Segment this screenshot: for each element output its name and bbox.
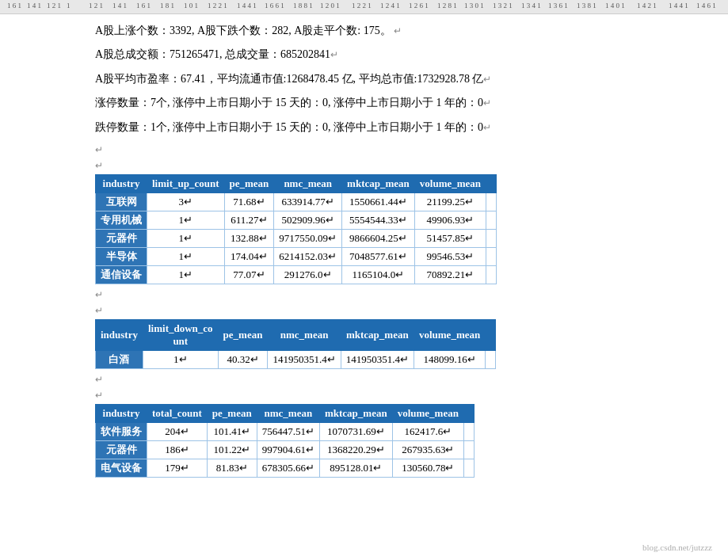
table-cell-extra [463, 459, 474, 477]
table-cell: 互联网 [96, 192, 147, 211]
table2-header-row: industry limit_down_count pe_mean nmc_me… [96, 319, 496, 350]
return-mark-8: ↵ [95, 289, 103, 301]
paragraph-1: A股上涨个数：3392, A股下跌个数：282, A股走平个数: 175。 ↵ [95, 22, 704, 40]
paragraph-3: A股平均市盈率：67.41，平均流通市值:1268478.45 亿, 平均总市值… [95, 70, 704, 88]
table-cell: 专用机械 [96, 211, 147, 229]
table-cell-extra [486, 229, 497, 247]
table-cell: 162417.6↵ [392, 422, 463, 440]
table-cell: 49906.93↵ [414, 211, 486, 229]
table-cell: 通信设备 [96, 265, 147, 284]
return-mark-4: ↵ [483, 97, 491, 109]
table-cell: 895128.01↵ [319, 459, 392, 477]
table2-col-nmc-mean: nmc_mean [268, 319, 341, 350]
table-cell-extra [486, 211, 497, 229]
table1-col-extra [486, 174, 497, 192]
table1-section: industry limit_up_count pe_mean nmc_mean… [95, 174, 704, 284]
table-cell: 204↵ [147, 422, 208, 440]
table-cell: 7048577.61↵ [342, 247, 415, 265]
table-cell: 3↵ [147, 192, 225, 211]
table-cell-extra [486, 247, 497, 265]
table-row: 互联网3↵71.68↵633914.77↵1550661.44↵21199.25… [96, 192, 497, 211]
table-cell: 141950351.4↵ [268, 350, 341, 368]
table-cell-extra [486, 265, 497, 284]
table3-col-mktcap-mean: mktcap_mean [319, 404, 392, 422]
table-cell-extra [463, 422, 474, 440]
table-row: 电气设备179↵81.83↵678305.66↵895128.01↵130560… [96, 459, 475, 477]
empty-line-3: ↵ [95, 288, 704, 303]
watermark: blog.csdn.net/jutzzz [642, 543, 712, 552]
empty-line-6: ↵ [95, 388, 704, 404]
return-mark-10: ↵ [95, 374, 103, 386]
return-mark-2: ↵ [330, 49, 338, 60]
table-cell: 软件服务 [96, 422, 147, 440]
ruler: 1 6 1 1 4 1 1 2 1 1 1 2 1 1 4 1 1 6 1 1 … [0, 0, 728, 14]
table1-col-mktcap-mean: mktcap_mean [342, 174, 415, 192]
table-cell: 白酒 [96, 350, 143, 368]
table-cell: 51457.85↵ [414, 229, 486, 247]
table-cell: 101.22↵ [207, 440, 257, 459]
table-cell: 756447.51↵ [257, 422, 319, 440]
table-cell: 元器件 [96, 229, 147, 247]
empty-line-1: ↵ [95, 143, 704, 158]
table-cell: 9717550.09↵ [274, 229, 342, 247]
table2-col-limit-down-count: limit_down_count [143, 319, 218, 350]
table-cell: 101.41↵ [207, 422, 257, 440]
paragraph-5: 跌停数量：1个, 涨停中上市日期小于 15 天的：0, 涨停中上市日期小于 1 … [95, 119, 704, 136]
table2-col-extra [486, 319, 496, 350]
table-cell: 21199.25↵ [414, 192, 486, 211]
table-cell: 148099.16↵ [414, 350, 485, 368]
table3-col-nmc-mean: nmc_mean [257, 404, 319, 422]
paragraph-2-text: A股总成交额：751265471, 总成交量：685202841 [95, 48, 330, 60]
table2-col-volume-mean: volume_mean [414, 319, 485, 350]
paragraph-1-text: A股上涨个数：3392, A股下跌个数：282, A股走平个数: 175。 [95, 25, 391, 36]
table-cell: 1↵ [147, 265, 225, 284]
table2-section: industry limit_down_count pe_mean nmc_me… [95, 319, 704, 369]
table-cell: 6214152.03↵ [274, 247, 342, 265]
table-cell: 141950351.4↵ [341, 350, 414, 368]
table-cell: 40.32↵ [218, 350, 268, 368]
return-mark-6: ↵ [95, 144, 103, 156]
table-row: 白酒1↵40.32↵141950351.4↵141950351.4↵148099… [96, 350, 496, 368]
table-cell: 半导体 [96, 247, 147, 265]
table-row: 半导体1↵174.04↵6214152.03↵7048577.61↵99546.… [96, 247, 497, 265]
table-cell: 611.27↵ [224, 211, 274, 229]
table-cell: 99546.53↵ [414, 247, 486, 265]
table-cell: 267935.63↵ [392, 440, 463, 459]
content-area: A股上涨个数：3392, A股下跌个数：282, A股走平个数: 175。 ↵ … [0, 14, 728, 489]
return-mark-3: ↵ [483, 74, 491, 85]
table1-col-nmc-mean: nmc_mean [274, 174, 342, 192]
table1: industry limit_up_count pe_mean nmc_mean… [95, 174, 497, 284]
table1-header-row: industry limit_up_count pe_mean nmc_mean… [96, 174, 497, 192]
table-row: 软件服务204↵101.41↵756447.51↵1070731.69↵1624… [96, 422, 475, 440]
table1-col-pe-mean: pe_mean [224, 174, 274, 192]
table-cell: 502909.96↵ [274, 211, 342, 229]
table-row: 元器件186↵101.22↵997904.61↵1368220.29↵26793… [96, 440, 475, 459]
empty-line-5: ↵ [95, 372, 704, 388]
table-cell: 1070731.69↵ [319, 422, 392, 440]
table3-col-volume-mean: volume_mean [392, 404, 463, 422]
table-cell: 179↵ [147, 459, 208, 477]
table-cell: 1165104.0↵ [342, 265, 415, 284]
table-cell: 1↵ [147, 229, 225, 247]
table3-section: industry total_count pe_mean nmc_mean mk… [95, 404, 704, 478]
table-cell: 186↵ [147, 440, 208, 459]
table-cell-extra [486, 350, 496, 368]
table-cell: 1↵ [147, 211, 225, 229]
table-cell-extra [486, 192, 497, 211]
paragraph-4-text: 涨停数量：7个, 涨停中上市日期小于 15 天的：0, 涨停中上市日期小于 1 … [95, 97, 483, 109]
table-cell: 9866604.25↵ [342, 229, 415, 247]
table-cell: 678305.66↵ [257, 459, 319, 477]
table2-col-mktcap-mean: mktcap_mean [341, 319, 414, 350]
return-mark-1: ↵ [391, 25, 402, 36]
return-mark-9: ↵ [95, 305, 103, 317]
return-mark-11: ↵ [95, 390, 103, 402]
table1-col-volume-mean: volume_mean [414, 174, 486, 192]
table-cell: 元器件 [96, 440, 147, 459]
table-cell: 电气设备 [96, 459, 147, 477]
page-wrapper: 1 6 1 1 4 1 1 2 1 1 1 2 1 1 4 1 1 6 1 1 … [0, 0, 728, 489]
table-row: 专用机械1↵611.27↵502909.96↵5554544.33↵49906.… [96, 211, 497, 229]
table3: industry total_count pe_mean nmc_mean mk… [95, 404, 475, 478]
table-cell: 132.88↵ [224, 229, 274, 247]
table3-col-industry: industry [96, 404, 147, 422]
table-row: 元器件1↵132.88↵9717550.09↵9866604.25↵51457.… [96, 229, 497, 247]
